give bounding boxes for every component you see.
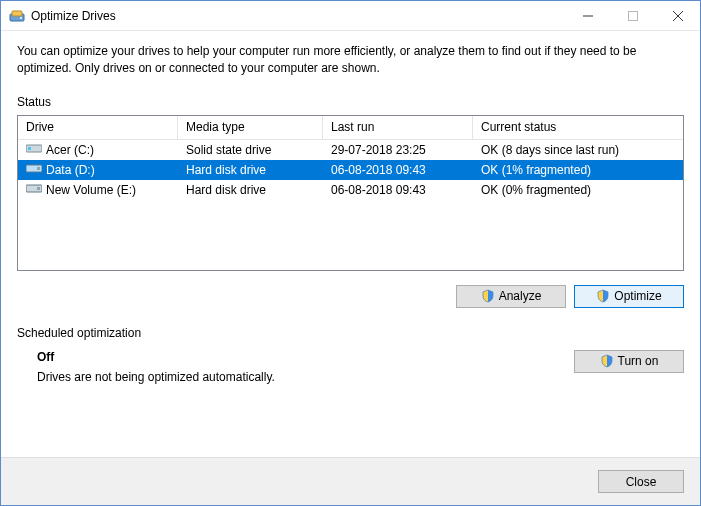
shield-icon: [481, 289, 495, 303]
table-row[interactable]: New Volume (E:)Hard disk drive06-08-2018…: [18, 180, 683, 200]
minimize-button[interactable]: [565, 1, 610, 30]
window-title: Optimize Drives: [31, 9, 565, 23]
app-icon: [9, 8, 25, 24]
shield-icon: [596, 289, 610, 303]
cell-media: Solid state drive: [178, 143, 323, 157]
scheduled-label: Scheduled optimization: [17, 326, 684, 340]
svg-rect-10: [37, 167, 40, 170]
footer: Close: [1, 457, 700, 505]
cell-drive: New Volume (E:): [18, 182, 178, 197]
optimize-label: Optimize: [614, 289, 661, 303]
analyze-label: Analyze: [499, 289, 542, 303]
analyze-button[interactable]: Analyze: [456, 285, 566, 308]
cell-media: Hard disk drive: [178, 183, 323, 197]
drive-name: Data (D:): [46, 163, 95, 177]
turn-on-label: Turn on: [618, 354, 659, 368]
svg-rect-1: [12, 11, 22, 16]
drive-icon: [26, 162, 42, 177]
close-button[interactable]: Close: [598, 470, 684, 493]
scheduled-text: Off Drives are not being optimized autom…: [37, 350, 275, 384]
cell-status: OK (1% fragmented): [473, 163, 683, 177]
table-row[interactable]: Data (D:)Hard disk drive06-08-2018 09:43…: [18, 160, 683, 180]
svg-point-2: [20, 17, 22, 19]
col-drive[interactable]: Drive: [18, 116, 178, 140]
optimize-button[interactable]: Optimize: [574, 285, 684, 308]
turn-on-button[interactable]: Turn on: [574, 350, 684, 373]
description-text: You can optimize your drives to help you…: [17, 43, 684, 77]
cell-status: OK (0% fragmented): [473, 183, 683, 197]
svg-rect-8: [28, 147, 31, 150]
table-body: Acer (C:)Solid state drive29-07-2018 23:…: [18, 140, 683, 200]
drive-name: New Volume (E:): [46, 183, 136, 197]
col-media[interactable]: Media type: [178, 116, 323, 140]
cell-media: Hard disk drive: [178, 163, 323, 177]
cell-lastrun: 29-07-2018 23:25: [323, 143, 473, 157]
shield-icon: [600, 354, 614, 368]
scheduled-state: Off: [37, 350, 275, 364]
table-row[interactable]: Acer (C:)Solid state drive29-07-2018 23:…: [18, 140, 683, 160]
col-status[interactable]: Current status: [473, 116, 683, 140]
cell-drive: Acer (C:): [18, 142, 178, 157]
col-lastrun[interactable]: Last run: [323, 116, 473, 140]
table-header: Drive Media type Last run Current status: [18, 116, 683, 140]
maximize-button[interactable]: [610, 1, 655, 30]
cell-status: OK (8 days since last run): [473, 143, 683, 157]
drive-table: Drive Media type Last run Current status…: [17, 115, 684, 271]
scheduled-detail: Drives are not being optimized automatic…: [37, 370, 275, 384]
content-area: You can optimize your drives to help you…: [1, 31, 700, 457]
action-button-row: Analyze Optimize: [17, 285, 684, 308]
svg-rect-12: [37, 187, 40, 190]
cell-lastrun: 06-08-2018 09:43: [323, 163, 473, 177]
cell-drive: Data (D:): [18, 162, 178, 177]
drive-name: Acer (C:): [46, 143, 94, 157]
titlebar: Optimize Drives: [1, 1, 700, 31]
close-window-button[interactable]: [655, 1, 700, 30]
svg-rect-4: [628, 11, 637, 20]
window-controls: [565, 1, 700, 30]
drive-icon: [26, 142, 42, 157]
status-label: Status: [17, 95, 684, 109]
cell-lastrun: 06-08-2018 09:43: [323, 183, 473, 197]
scheduled-body: Off Drives are not being optimized autom…: [17, 350, 684, 384]
drive-icon: [26, 182, 42, 197]
